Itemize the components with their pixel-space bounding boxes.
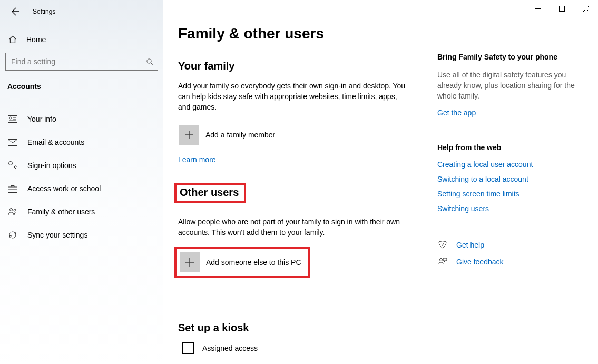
svg-point-14 xyxy=(10,209,13,211)
plus-icon xyxy=(180,252,200,272)
app-title: Settings xyxy=(33,8,55,15)
maximize-button[interactable] xyxy=(550,0,574,17)
sidebar-item-label: Sync your settings xyxy=(27,231,87,239)
mail-icon xyxy=(7,139,18,146)
sidebar-item-family-other-users[interactable]: Family & other users xyxy=(0,200,163,223)
sidebar-item-label: Family & other users xyxy=(27,208,95,216)
add-family-member-label: Add a family member xyxy=(205,131,275,139)
titlebar: Settings xyxy=(0,0,163,23)
sidebar-item-email-accounts[interactable]: Email & accounts xyxy=(0,131,163,154)
get-help-label: Get help xyxy=(456,241,484,249)
search-box[interactable] xyxy=(5,53,158,71)
help-icon: ? xyxy=(437,240,448,250)
svg-point-3 xyxy=(9,117,12,119)
briefcase-icon xyxy=(7,185,18,193)
add-someone-else-button[interactable]: Add someone else to this PC xyxy=(177,249,308,276)
sidebar-item-label: Email & accounts xyxy=(27,138,84,146)
home-icon xyxy=(7,35,18,44)
sidebar-item-sync-settings[interactable]: Sync your settings xyxy=(0,223,163,247)
svg-rect-24 xyxy=(559,6,564,11)
sidebar-item-access-work-school[interactable]: Access work or school xyxy=(0,177,163,200)
svg-line-10 xyxy=(14,166,16,168)
aside: Bring Family Safety to your phone Use al… xyxy=(437,0,589,364)
sync-icon xyxy=(7,230,18,240)
feedback-icon xyxy=(437,257,448,267)
help-link-switching-local-account[interactable]: Switching to a local account xyxy=(437,175,576,183)
help-from-web-heading: Help from the web xyxy=(437,143,576,152)
get-the-app-link[interactable]: Get the app xyxy=(437,109,476,117)
your-family-heading: Your family xyxy=(178,60,427,72)
minimize-button[interactable] xyxy=(525,0,550,17)
svg-point-21 xyxy=(440,259,443,261)
page-title: Family & other users xyxy=(178,25,427,42)
people-icon xyxy=(7,208,18,216)
square-icon xyxy=(182,342,194,354)
svg-line-1 xyxy=(151,63,152,64)
family-safety-description: Use all of the digital safety features y… xyxy=(437,70,576,101)
close-button[interactable] xyxy=(574,0,598,17)
other-users-description: Allow people who are not part of your fa… xyxy=(178,217,410,238)
sidebar-section-accounts: Accounts xyxy=(0,76,163,96)
svg-point-0 xyxy=(146,58,151,63)
main-content: Family & other users Your family Add you… xyxy=(163,0,598,364)
search-input[interactable] xyxy=(6,57,142,66)
search-icon xyxy=(142,58,158,66)
svg-text:?: ? xyxy=(441,242,444,247)
window-controls xyxy=(525,0,598,17)
sidebar-item-label: Sign-in options xyxy=(27,161,76,170)
plus-icon xyxy=(179,125,199,145)
sidebar-item-label: Your info xyxy=(27,115,56,123)
sidebar-home[interactable]: Home xyxy=(0,32,163,47)
svg-rect-22 xyxy=(443,258,447,261)
sidebar-item-signin-options[interactable]: Sign-in options xyxy=(0,154,163,177)
home-label: Home xyxy=(26,35,46,44)
id-card-icon xyxy=(7,115,18,123)
svg-point-15 xyxy=(14,209,16,211)
help-link-switching-users[interactable]: Switching users xyxy=(437,204,576,213)
assigned-access-label: Assigned access xyxy=(202,344,258,352)
assigned-access-button[interactable]: Assigned access xyxy=(178,342,427,354)
get-help-link[interactable]: ? Get help xyxy=(437,240,576,250)
family-safety-heading: Bring Family Safety to your phone xyxy=(437,53,576,61)
add-family-member-button[interactable]: Add a family member xyxy=(178,124,427,146)
give-feedback-link[interactable]: Give feedback xyxy=(437,257,576,267)
other-users-heading: Other users xyxy=(177,185,244,201)
sidebar-item-label: Access work or school xyxy=(27,184,101,193)
sidebar: Settings Home Accounts Your info xyxy=(0,0,163,364)
help-link-screen-time-limits[interactable]: Setting screen time limits xyxy=(437,190,576,198)
svg-point-8 xyxy=(9,162,13,165)
give-feedback-label: Give feedback xyxy=(456,258,504,266)
sidebar-item-your-info[interactable]: Your info xyxy=(0,107,163,131)
back-button[interactable] xyxy=(7,4,22,19)
kiosk-heading: Set up a kiosk xyxy=(178,322,427,334)
add-someone-else-label: Add someone else to this PC xyxy=(206,258,301,267)
help-link-creating-local-user[interactable]: Creating a local user account xyxy=(437,160,576,169)
learn-more-link[interactable]: Learn more xyxy=(178,155,216,164)
your-family-description: Add your family so everybody gets their … xyxy=(178,81,410,112)
key-icon xyxy=(7,161,18,170)
svg-line-11 xyxy=(15,167,17,169)
